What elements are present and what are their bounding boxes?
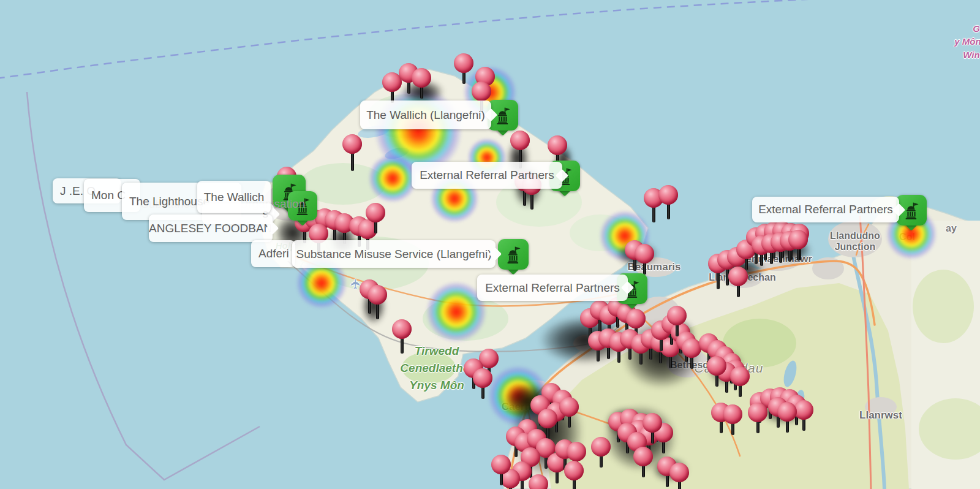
- tooltip-label: The Wallich (Llangefni): [360, 108, 491, 122]
- marker-tooltip: The Wallich: [197, 181, 271, 213]
- marker-tooltip: The Wallich (Llangefni): [360, 100, 491, 129]
- tooltip-label: The Wallich: [197, 191, 271, 204]
- marker-tooltip: Substance Misuse Service (Llangefni): [292, 240, 496, 268]
- tooltip-label: External Referral Partners: [477, 281, 628, 295]
- marker-tooltip: External Referral Partners: [752, 197, 899, 222]
- tooltip-layer: Substance Misuse OrganisationJ .E. OMon …: [0, 0, 980, 489]
- tooltip-label: Adferi: [251, 247, 295, 260]
- marker-tooltip: External Referral Partners: [412, 162, 562, 189]
- map-canvas[interactable]: LlandudnoJunctionColayBeaumarisPenmaenma…: [0, 0, 980, 489]
- marker-tooltip: External Referral Partners: [477, 275, 628, 301]
- marker-tooltip: ANGLESEY FOODBANK: [149, 214, 273, 242]
- tooltip-label: Substance Misuse Service (Llangefni): [292, 248, 496, 261]
- tooltip-label: External Referral Partners: [412, 169, 562, 182]
- marker-tooltip: Adferi: [251, 240, 295, 267]
- tooltip-label: External Referral Partners: [752, 203, 899, 216]
- tooltip-label: ANGLESEY FOODBANK: [149, 222, 273, 235]
